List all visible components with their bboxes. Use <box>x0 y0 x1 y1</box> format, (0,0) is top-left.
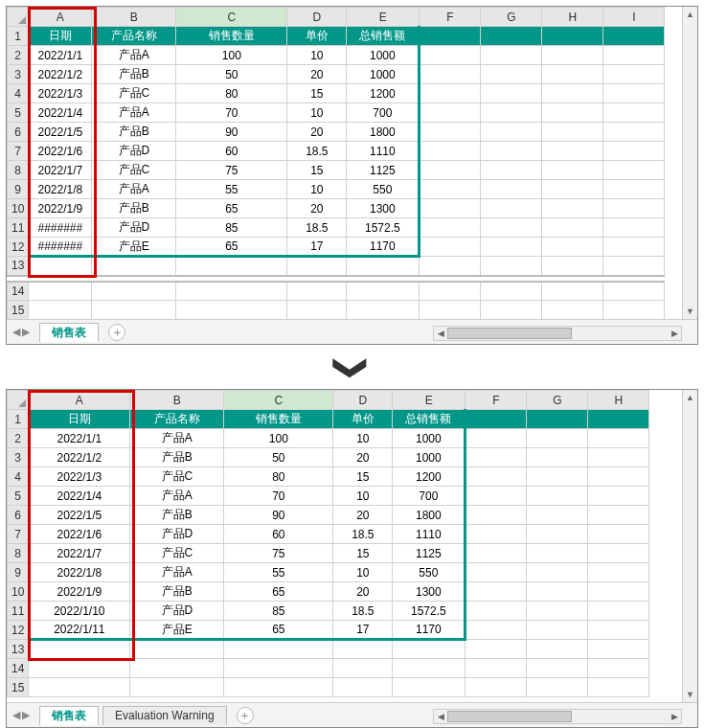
cell[interactable]: 2022/1/11 <box>29 621 130 640</box>
cell[interactable] <box>527 582 588 602</box>
row-header[interactable]: 15 <box>8 301 29 320</box>
cell[interactable] <box>393 659 466 678</box>
cell[interactable] <box>420 103 481 123</box>
cell[interactable] <box>603 282 665 301</box>
row-header[interactable]: 6 <box>8 506 29 525</box>
cell[interactable] <box>542 103 603 123</box>
cell[interactable] <box>527 487 588 506</box>
scroll-right-icon[interactable]: ▶ <box>668 712 681 721</box>
cell[interactable] <box>527 467 588 487</box>
col-header-H[interactable]: H <box>588 391 649 410</box>
col-header-I[interactable]: I <box>603 8 665 27</box>
cell[interactable] <box>224 678 333 697</box>
cell[interactable] <box>542 301 603 320</box>
row-header[interactable]: 10 <box>8 199 29 218</box>
col-header-E[interactable]: E <box>393 391 466 410</box>
cell[interactable] <box>466 602 527 621</box>
cell[interactable] <box>603 123 665 142</box>
cell[interactable]: 产品E <box>92 238 176 257</box>
cell[interactable]: 1572.5 <box>393 602 466 621</box>
cell[interactable] <box>466 487 527 506</box>
cell[interactable] <box>29 282 92 301</box>
cell[interactable]: 100 <box>224 429 333 448</box>
cell[interactable] <box>542 161 603 180</box>
cell[interactable] <box>603 27 665 46</box>
cell[interactable] <box>224 640 333 659</box>
col-header-D[interactable]: D <box>333 391 393 410</box>
cell[interactable]: 65 <box>176 238 287 257</box>
tab-prev-icon[interactable]: ◀ <box>12 326 20 338</box>
cell[interactable] <box>29 301 92 320</box>
cell[interactable]: 18.5 <box>333 602 393 621</box>
cell[interactable] <box>603 46 665 65</box>
cell[interactable] <box>527 410 588 429</box>
cell[interactable] <box>466 506 527 525</box>
cell[interactable]: 销售数量 <box>224 410 333 429</box>
cell[interactable]: 15 <box>333 467 393 487</box>
cell[interactable]: 10 <box>333 429 393 448</box>
cell[interactable] <box>527 678 588 697</box>
cell[interactable] <box>481 84 542 103</box>
cell[interactable] <box>603 301 665 320</box>
cell[interactable]: 75 <box>224 544 333 563</box>
cell[interactable]: ####### <box>29 218 92 238</box>
cell[interactable]: 2022/1/8 <box>29 180 92 199</box>
cell[interactable]: 产品C <box>92 84 176 103</box>
cell[interactable]: 2022/1/9 <box>29 199 92 218</box>
cell[interactable]: 550 <box>393 563 466 582</box>
horizontal-scrollbar[interactable]: ◀ ▶ <box>433 326 682 341</box>
cell[interactable]: 90 <box>224 506 333 525</box>
scroll-down-icon[interactable]: ▼ <box>683 687 697 702</box>
cell[interactable] <box>527 506 588 525</box>
scroll-up-icon[interactable]: ▲ <box>683 7 697 22</box>
cell[interactable] <box>92 282 176 301</box>
cell[interactable]: 2022/1/7 <box>29 544 130 563</box>
cell[interactable] <box>527 429 588 448</box>
cell[interactable] <box>333 640 393 659</box>
cell[interactable]: 产品D <box>92 142 176 161</box>
cell[interactable] <box>420 46 481 65</box>
col-header-G[interactable]: G <box>527 391 588 410</box>
cell[interactable]: 产品A <box>130 563 224 582</box>
cell[interactable]: 18.5 <box>333 525 393 544</box>
cell[interactable] <box>542 123 603 142</box>
sheet-grid[interactable]: ABCDEFGH1日期产品名称销售数量单价总销售额22022/1/1产品A100… <box>7 390 649 697</box>
cell[interactable] <box>92 301 176 320</box>
vertical-scrollbar[interactable]: ▲ ▼ <box>682 390 697 702</box>
row-header[interactable]: 5 <box>8 487 29 506</box>
cell[interactable] <box>420 84 481 103</box>
cell[interactable] <box>588 487 649 506</box>
cell[interactable] <box>481 238 542 257</box>
cell[interactable] <box>420 301 481 320</box>
cell[interactable] <box>333 678 393 697</box>
cell[interactable] <box>527 659 588 678</box>
cell[interactable] <box>481 257 542 276</box>
cell[interactable]: 60 <box>176 142 287 161</box>
cell[interactable] <box>588 582 649 602</box>
cell[interactable] <box>588 525 649 544</box>
cell[interactable] <box>466 563 527 582</box>
cell[interactable]: 2022/1/6 <box>29 142 92 161</box>
scroll-track[interactable] <box>447 327 668 340</box>
cell[interactable]: 1000 <box>393 448 466 467</box>
cell[interactable] <box>420 218 481 238</box>
cell[interactable]: 700 <box>393 487 466 506</box>
cell[interactable] <box>420 142 481 161</box>
col-header-B[interactable]: B <box>92 8 176 27</box>
cell[interactable]: 1200 <box>393 467 466 487</box>
cell[interactable]: 总销售额 <box>393 410 466 429</box>
cell[interactable]: 日期 <box>29 27 92 46</box>
cell[interactable]: 2022/1/1 <box>29 46 92 65</box>
cell[interactable]: 单价 <box>333 410 393 429</box>
cell[interactable]: 1000 <box>393 429 466 448</box>
cell[interactable] <box>603 161 665 180</box>
cell[interactable] <box>466 410 527 429</box>
cell[interactable]: 2022/1/7 <box>29 161 92 180</box>
row-header[interactable]: 3 <box>8 65 29 84</box>
cell[interactable]: 2022/1/6 <box>29 525 130 544</box>
tab-nav-buttons[interactable]: ◀ ▶ <box>7 709 35 721</box>
cell[interactable] <box>29 659 130 678</box>
sheet-tab[interactable]: 销售表 <box>39 323 99 342</box>
cell[interactable] <box>481 46 542 65</box>
cell[interactable] <box>481 282 542 301</box>
